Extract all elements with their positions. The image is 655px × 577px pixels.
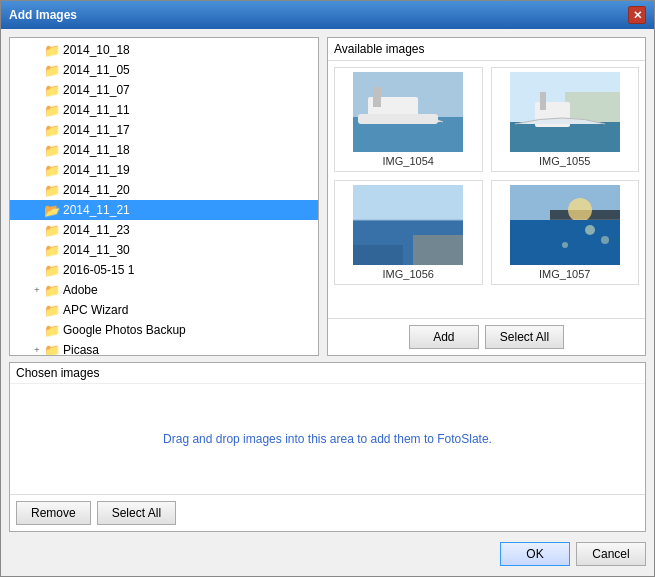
- thumb-image: [353, 185, 463, 265]
- tree-item-label: APC Wizard: [63, 303, 128, 317]
- tree-item-label: 2016-05-15 1: [63, 263, 134, 277]
- image-thumb-IMG_1054[interactable]: IMG_1054: [334, 67, 483, 172]
- folder-icon: 📁: [44, 183, 60, 198]
- tree-item-2014_11_19[interactable]: 📁2014_11_19: [10, 160, 318, 180]
- folder-icon: 📂: [44, 203, 60, 218]
- chosen-images-label: Chosen images: [10, 363, 645, 383]
- tree-item-label: 2014_11_05: [63, 63, 130, 77]
- svg-point-22: [562, 242, 568, 248]
- thumb-label: IMG_1054: [383, 155, 434, 167]
- tree-item-2014_10_18[interactable]: 📁2014_10_18: [10, 40, 318, 60]
- folder-icon: 📁: [44, 343, 60, 356]
- tree-item-2014_11_21[interactable]: 📂2014_11_21: [10, 200, 318, 220]
- tree-item-label: 2014_11_07: [63, 83, 130, 97]
- tree-item-Google_Photos_Backup[interactable]: 📁Google Photos Backup: [10, 320, 318, 340]
- tree-panel: 📁2014_10_18📁2014_11_05📁2014_11_07📁2014_1…: [9, 37, 319, 356]
- tree-item-2014_11_07[interactable]: 📁2014_11_07: [10, 80, 318, 100]
- svg-rect-7: [565, 92, 620, 122]
- image-thumb-IMG_1056[interactable]: IMG_1056: [334, 180, 483, 285]
- folder-icon: 📁: [44, 283, 60, 298]
- folder-icon: 📁: [44, 83, 60, 98]
- svg-point-18: [568, 198, 592, 222]
- thumb-label: IMG_1055: [539, 155, 590, 167]
- tree-item-label: 2014_11_21: [63, 203, 130, 217]
- tree-scroll[interactable]: 📁2014_10_18📁2014_11_05📁2014_11_07📁2014_1…: [10, 38, 318, 355]
- add-images-window: Add Images ✕ 📁2014_10_18📁2014_11_05📁2014…: [0, 0, 655, 577]
- thumb-image: [353, 72, 463, 152]
- image-thumb-IMG_1057[interactable]: IMG_1057: [491, 180, 640, 285]
- folder-icon: 📁: [44, 323, 60, 338]
- svg-rect-3: [373, 87, 381, 107]
- tree-item-label: 2014_11_30: [63, 243, 130, 257]
- tree-item-2014_11_11[interactable]: 📁2014_11_11: [10, 100, 318, 120]
- tree-item-label: Adobe: [63, 283, 98, 297]
- tree-item-2016_05_15_1[interactable]: 📁2016-05-15 1: [10, 260, 318, 280]
- images-panel: Available images IMG_1054 IMG_1055 IMG_1: [327, 37, 646, 356]
- available-images-label: Available images: [328, 38, 645, 61]
- images-select-all-button[interactable]: Select All: [485, 325, 564, 349]
- tree-item-2014_11_20[interactable]: 📁2014_11_20: [10, 180, 318, 200]
- tree-item-2014_11_23[interactable]: 📁2014_11_23: [10, 220, 318, 240]
- chosen-select-all-button[interactable]: Select All: [97, 501, 176, 525]
- thumb-label: IMG_1056: [383, 268, 434, 280]
- folder-icon: 📁: [44, 263, 60, 278]
- tree-item-label: 2014_11_18: [63, 143, 130, 157]
- tree-item-label: 2014_11_20: [63, 183, 130, 197]
- tree-item-APC_Wizard[interactable]: 📁APC Wizard: [10, 300, 318, 320]
- tree-item-label: 2014_11_17: [63, 123, 130, 137]
- cancel-button[interactable]: Cancel: [576, 542, 646, 566]
- tree-item-Adobe[interactable]: +📁Adobe: [10, 280, 318, 300]
- images-scroll[interactable]: IMG_1054 IMG_1055 IMG_1056 IMG_1057: [328, 61, 645, 318]
- chosen-buttons: Remove Select All: [10, 494, 645, 531]
- folder-icon: 📁: [44, 63, 60, 78]
- tree-item-label: 2014_11_11: [63, 103, 130, 117]
- thumb-image: [510, 72, 620, 152]
- tree-item-label: 2014_11_23: [63, 223, 130, 237]
- folder-icon: 📁: [44, 163, 60, 178]
- tree-item-2014_11_30[interactable]: 📁2014_11_30: [10, 240, 318, 260]
- expand-icon[interactable]: +: [34, 285, 39, 295]
- folder-icon: 📁: [44, 43, 60, 58]
- remove-button[interactable]: Remove: [16, 501, 91, 525]
- tree-item-2014_11_05[interactable]: 📁2014_11_05: [10, 60, 318, 80]
- svg-rect-9: [540, 92, 546, 110]
- svg-point-23: [601, 236, 609, 244]
- tree-item-label: 2014_11_19: [63, 163, 130, 177]
- add-button[interactable]: Add: [409, 325, 479, 349]
- expand-icon[interactable]: +: [34, 345, 39, 355]
- tree-item-2014_11_17[interactable]: 📁2014_11_17: [10, 120, 318, 140]
- svg-rect-12: [353, 245, 403, 265]
- top-section: 📁2014_10_18📁2014_11_05📁2014_11_07📁2014_1…: [9, 37, 646, 356]
- folder-icon: 📁: [44, 243, 60, 258]
- window-title: Add Images: [9, 8, 77, 22]
- chosen-section: Chosen images Drag and drop images into …: [9, 362, 646, 532]
- folder-icon: 📁: [44, 103, 60, 118]
- drop-hint-text: Drag and drop images into this area to a…: [163, 432, 492, 446]
- ok-button[interactable]: OK: [500, 542, 570, 566]
- tree-item-Picasa[interactable]: +📁Picasa: [10, 340, 318, 355]
- svg-rect-14: [413, 235, 463, 265]
- folder-icon: 📁: [44, 143, 60, 158]
- title-bar: Add Images ✕: [1, 1, 654, 29]
- tree-item-label: 2014_10_18: [63, 43, 130, 57]
- image-thumb-IMG_1055[interactable]: IMG_1055: [491, 67, 640, 172]
- tree-item-label: Google Photos Backup: [63, 323, 186, 337]
- folder-icon: 📁: [44, 303, 60, 318]
- close-button[interactable]: ✕: [628, 6, 646, 24]
- svg-rect-4: [358, 114, 438, 124]
- images-buttons: Add Select All: [328, 318, 645, 355]
- thumb-label: IMG_1057: [539, 268, 590, 280]
- tree-item-2014_11_18[interactable]: 📁2014_11_18: [10, 140, 318, 160]
- chosen-drop-area[interactable]: Drag and drop images into this area to a…: [10, 383, 645, 494]
- folder-icon: 📁: [44, 223, 60, 238]
- folder-icon: 📁: [44, 123, 60, 138]
- window-content: 📁2014_10_18📁2014_11_05📁2014_11_07📁2014_1…: [1, 29, 654, 576]
- svg-point-21: [585, 225, 595, 235]
- thumb-image: [510, 185, 620, 265]
- bottom-buttons: OK Cancel: [9, 538, 646, 568]
- tree-item-label: Picasa: [63, 343, 99, 355]
